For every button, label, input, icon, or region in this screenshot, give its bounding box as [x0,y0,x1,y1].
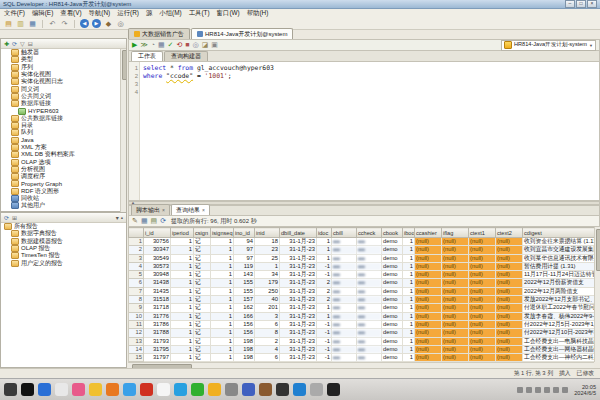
cell[interactable]: 1 [211,254,234,262]
menu-item[interactable]: 运行(R) [117,9,139,18]
taskbar-app-icon[interactable] [123,383,136,396]
cell[interactable]: 201 [255,304,280,312]
cell[interactable]: ■■■ [332,320,357,328]
report-tree-node[interactable]: 所有报告 [1,223,126,230]
cell[interactable]: (null) [469,345,496,353]
cell[interactable]: 1 [171,337,194,345]
cell[interactable]: 31776 [144,312,171,320]
new-file-icon[interactable]: ▤ [4,19,13,28]
cell[interactable]: 1 [403,296,415,304]
cell[interactable]: demo [382,254,403,262]
cell[interactable]: 记 [194,246,211,254]
cell[interactable]: -1 [317,320,332,328]
taskbar-app-icon[interactable] [21,383,34,396]
cell[interactable]: (null) [469,246,496,254]
cell[interactable]: demo [382,304,403,312]
cell[interactable]: (null) [415,337,442,345]
cell[interactable]: (null) [415,246,442,254]
cell[interactable]: 1 [171,312,194,320]
cell[interactable]: (null) [469,312,496,320]
cell[interactable]: (null) [496,246,523,254]
cell[interactable]: 31-1月-23 [280,262,317,270]
cell[interactable]: (null) [469,254,496,262]
cell[interactable]: 记 [194,354,211,362]
cell[interactable]: 记 [194,287,211,295]
menu-item[interactable]: 查看(V) [60,9,81,18]
cell[interactable]: 1 [403,246,415,254]
cell[interactable]: (null) [496,320,523,328]
cell[interactable]: 31-1月-23 [280,312,317,320]
cell[interactable]: 31788 [144,329,171,337]
cell[interactable]: 1 [211,320,234,328]
cell[interactable]: -1 [317,262,332,270]
cell[interactable]: 31718 [144,304,171,312]
cell[interactable]: 记 [194,304,211,312]
cell[interactable]: (null) [496,279,523,287]
cell[interactable]: (null) [415,312,442,320]
cell[interactable]: (null) [496,312,523,320]
menu-item[interactable]: 工具(T) [189,9,210,18]
column-header[interactable]: ctext2 [496,228,523,238]
cell[interactable]: -1 [317,345,332,353]
cell[interactable]: ■■■ [357,254,382,262]
cell[interactable]: 2 [317,287,332,295]
sql-code[interactable]: select * from gl_accvouch@hyper603where … [140,62,274,200]
cell[interactable]: ■■■ [357,279,382,287]
taskbar-app-icon[interactable] [191,383,204,396]
cell[interactable]: 1 [403,354,415,362]
cell[interactable]: 记 [194,296,211,304]
taskbar-app-icon[interactable] [276,383,289,396]
cell[interactable]: ■■■ [332,329,357,337]
cell[interactable]: (null) [415,271,442,279]
cell[interactable]: -1 [317,271,332,279]
cell[interactable]: 1 [403,271,415,279]
cell[interactable]: (null) [469,271,496,279]
cell[interactable]: 付2022年12月5日-2023年1月4日过桥过路费补贴 [523,320,595,328]
cell[interactable]: (null) [442,262,469,270]
cell[interactable]: 31-1月-23 [280,329,317,337]
save-icon[interactable]: ▦ [28,19,37,28]
cell[interactable]: 1 [211,287,234,295]
cell[interactable]: -1 [317,329,332,337]
cell[interactable]: ■■■ [357,287,382,295]
tree-node[interactable]: 公共同义词 [1,93,126,100]
cell[interactable]: ■■■ [357,320,382,328]
cell[interactable]: 记 [194,279,211,287]
taskbar-app-icon[interactable] [89,383,102,396]
commit-icon[interactable]: ✓ [168,40,174,50]
cell[interactable]: 1 [211,271,234,279]
cell[interactable]: ■■■ [357,337,382,345]
cell[interactable]: (null) [469,320,496,328]
cell[interactable]: 31-1月-23 [280,279,317,287]
table-row[interactable]: 2303471记1972331-1月-231■■■■■■demo1(null)(… [129,246,595,254]
cell[interactable]: 收到资金往来票据结算 (1.13) [523,238,595,246]
tree-node[interactable]: 触发器 [1,49,126,56]
cell[interactable]: 31-1月-23 [280,271,317,279]
grid-icon[interactable]: ▦ [141,216,148,226]
cell[interactable]: (null) [496,329,523,337]
taskbar-app-icon[interactable] [106,383,119,396]
tree-node[interactable]: 目录 [1,122,126,129]
cell[interactable]: 23 [255,246,280,254]
tree-node[interactable]: 队列 [1,129,126,136]
cell[interactable]: ■■■ [332,287,357,295]
cell[interactable]: (null) [496,238,523,246]
forward-icon[interactable]: ▶ [92,19,101,28]
cell[interactable]: 198 [234,354,255,362]
cell[interactable]: (null) [496,271,523,279]
cell[interactable]: 工会经费支出—神经内二科房屋租赁取得福利补助费 [523,354,595,362]
search-icon[interactable]: ◎ [116,19,125,28]
cell[interactable]: (null) [469,279,496,287]
cell[interactable]: (null) [442,337,469,345]
document-tab[interactable]: 大数据销售广告 [128,28,190,39]
column-header[interactable]: dbill_date [280,228,317,238]
cell[interactable]: 31518 [144,296,171,304]
cell[interactable]: 1 [171,296,194,304]
taskbar-app-icon[interactable] [259,383,272,396]
worksheet-tab[interactable]: 查询构建器 [164,51,208,61]
cell[interactable]: 31797 [144,354,171,362]
cell[interactable]: 18 [255,238,280,246]
cell[interactable]: (null) [415,279,442,287]
column-header[interactable]: isignseq [211,228,234,238]
cell[interactable]: ■■■ [357,262,382,270]
